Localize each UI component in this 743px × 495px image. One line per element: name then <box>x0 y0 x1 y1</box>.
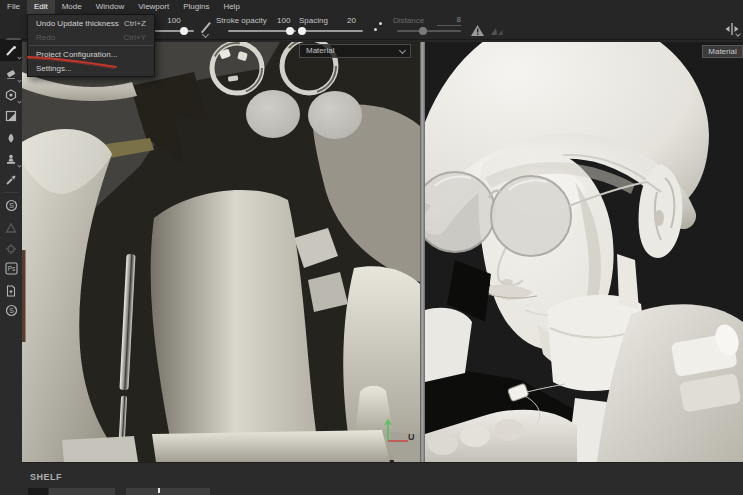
photoshop-icon: Ps <box>5 262 18 275</box>
symmetry-icon[interactable] <box>724 21 742 39</box>
distance-slider-handle[interactable] <box>419 27 427 35</box>
particles-icon <box>5 222 17 234</box>
size-slider-handle[interactable] <box>180 27 188 35</box>
shelf-panel: SHELF <box>22 462 743 495</box>
photoshop-export-tool[interactable]: Ps <box>0 258 22 279</box>
menu-bar: File Edit Mode Window Viewport Plugins H… <box>0 0 743 14</box>
export-document-tool[interactable] <box>0 280 22 301</box>
viewport-splitter[interactable] <box>420 42 425 462</box>
uv-paint-render <box>22 42 420 462</box>
paint-tool[interactable] <box>0 40 22 61</box>
projection-tool[interactable] <box>0 84 22 105</box>
polygon-fill-icon <box>5 110 17 122</box>
spacing-label: Spacing <box>299 16 328 25</box>
shortcut-undo: Ctrl+Z <box>124 19 146 28</box>
spacing-slider-handle[interactable] <box>298 27 306 35</box>
stroke-opacity-slider-handle[interactable] <box>286 27 294 35</box>
menu-separator <box>29 45 153 46</box>
menu-window[interactable]: Window <box>89 0 131 14</box>
smudge-tool[interactable] <box>0 127 22 148</box>
source-circle-icon: S <box>5 199 18 212</box>
material-picker-tool[interactable] <box>0 169 22 190</box>
eyedropper-icon <box>5 174 17 186</box>
eraser-icon <box>5 68 17 80</box>
viewport-2d-canvas[interactable]: U Material <box>22 42 420 462</box>
projection-icon <box>5 89 17 101</box>
viewport-3d-canvas[interactable]: Material <box>425 42 743 462</box>
gear-icon <box>5 243 17 255</box>
menu-item-project-configuration[interactable]: Project Configuration... <box>28 47 154 61</box>
chevron-down-icon <box>399 47 406 54</box>
shelf-tab-cursor <box>158 488 160 493</box>
document-icon <box>5 285 17 297</box>
mirror-icon[interactable] <box>491 23 504 41</box>
warning-icon <box>471 22 484 40</box>
menu-file[interactable]: File <box>0 0 27 14</box>
shelf-tab[interactable] <box>49 488 115 495</box>
stroke-preview-icon[interactable] <box>199 20 213 36</box>
smudge-icon <box>5 132 17 144</box>
particles-tool[interactable] <box>0 217 22 238</box>
svg-text:S: S <box>9 202 14 209</box>
spacing-slider[interactable] <box>301 30 363 32</box>
material-button-3d-label: Material <box>708 47 736 56</box>
tools-rail: S Ps S <box>0 40 22 495</box>
shortcut-redo: Ctrl+Y <box>124 33 146 42</box>
material-dropdown-2d-label: Material <box>306 46 334 55</box>
clone-stamp-icon <box>5 153 17 165</box>
distance-field[interactable]: 8 <box>437 15 461 26</box>
settings-tool[interactable] <box>0 238 22 259</box>
stroke-opacity-value: 100 <box>277 16 290 25</box>
clone-tool[interactable] <box>0 148 22 169</box>
menu-item-settings[interactable]: Settings... <box>28 61 154 75</box>
menu-edit[interactable]: Edit <box>27 0 55 14</box>
svg-text:Ps: Ps <box>7 265 15 272</box>
menu-item-redo[interactable]: Redo Ctrl+Y <box>28 30 154 44</box>
stroke-opacity-label: Stroke opacity <box>216 16 267 25</box>
menu-help[interactable]: Help <box>216 0 246 14</box>
distance-slider[interactable] <box>397 30 461 32</box>
spacing-value: 20 <box>347 16 356 25</box>
menu-plugins[interactable]: Plugins <box>176 0 216 14</box>
shelf-tab[interactable] <box>28 488 48 495</box>
shelf-title: SHELF <box>30 472 62 482</box>
material-button-3d[interactable]: Material <box>702 45 743 58</box>
svg-text:S: S <box>9 307 14 314</box>
paint-brush-icon <box>5 45 17 57</box>
distance-label: Distance <box>393 16 424 25</box>
source-tool[interactable]: S <box>0 195 22 216</box>
menu-viewport[interactable]: Viewport <box>131 0 176 14</box>
application-window: U Material <box>0 0 743 495</box>
shelf-tab[interactable] <box>126 488 210 495</box>
menu-item-undo[interactable]: Undo Update thickness Ctrl+Z <box>28 16 154 30</box>
character-render <box>425 42 743 462</box>
eraser-tool[interactable] <box>0 63 22 84</box>
material-dropdown-2d[interactable]: Material <box>299 44 411 58</box>
edit-menu-popup: Undo Update thickness Ctrl+Z Redo Ctrl+Y… <box>27 14 155 77</box>
polygon-fill-tool[interactable] <box>0 105 22 126</box>
size-value: 100 <box>163 16 185 25</box>
scatter-dots-icon[interactable] <box>374 20 384 34</box>
axis-u-label: U <box>408 432 415 442</box>
menu-mode[interactable]: Mode <box>55 0 89 14</box>
distance-value: 8 <box>457 15 461 24</box>
resources-circle-icon: S <box>5 304 18 317</box>
resources-tool[interactable]: S <box>0 300 22 321</box>
